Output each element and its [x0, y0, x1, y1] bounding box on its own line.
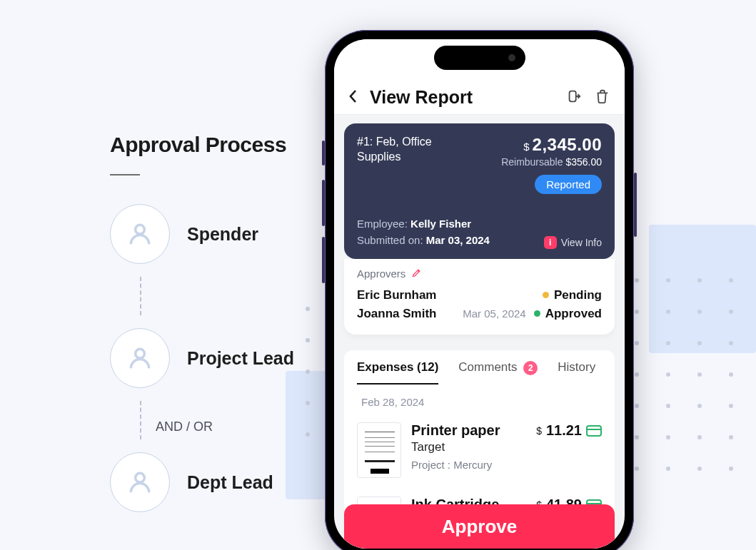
tab-label: Expenses (12)	[357, 360, 438, 374]
svg-rect-3	[570, 91, 576, 101]
tab-history[interactable]: History	[558, 360, 595, 385]
svg-point-2	[136, 473, 145, 482]
tab-expenses[interactable]: Expenses (12)	[357, 360, 438, 385]
comments-count-badge: 2	[523, 361, 538, 375]
back-icon[interactable]	[348, 89, 357, 106]
info-icon: i	[544, 236, 557, 249]
process-step-spender: Spender	[110, 204, 324, 264]
total-amount: 2,345.00	[533, 135, 602, 155]
export-icon[interactable]	[566, 88, 582, 107]
approver-date: Mar 05, 2024	[463, 307, 525, 320]
person-icon	[110, 452, 170, 512]
action-bar: Approve	[344, 504, 615, 549]
approver-name: Eric Burnham	[357, 288, 436, 302]
tab-bar: Expenses (12) Comments 2 History	[344, 350, 615, 385]
expense-title: Printer paper	[411, 422, 526, 439]
title-underline	[110, 174, 140, 175]
report-summary-card: #1: Feb, Office Supplies $ 2,345.00 Reim…	[344, 123, 615, 259]
step-label: Project Lead	[187, 348, 294, 369]
tab-label: Comments	[458, 360, 517, 374]
expense-amount: 11.21	[546, 422, 582, 439]
person-icon	[110, 328, 170, 388]
svg-point-1	[136, 349, 145, 358]
approval-process-panel: Approval Process Spender Project Lead AN…	[110, 133, 324, 525]
currency-symbol: $	[523, 141, 529, 153]
employee-name: Kelly Fisher	[410, 218, 471, 230]
edit-icon[interactable]	[411, 268, 422, 280]
approver-status: Approved	[545, 307, 602, 321]
view-info-label: View Info	[561, 237, 602, 248]
approve-button[interactable]: Approve	[344, 504, 615, 549]
status-dot-icon	[543, 292, 549, 298]
process-step-dept-lead: Dept Lead	[110, 452, 324, 512]
step-label: Spender	[187, 224, 258, 245]
reimbursable-label: Reimbursable	[501, 156, 563, 168]
process-step-project-lead: Project Lead	[110, 328, 324, 388]
approvers-label: Approvers	[357, 268, 405, 280]
status-badge: Reported	[535, 175, 602, 194]
approver-status: Pending	[554, 288, 602, 302]
approver-row: Eric Burnham Pending	[357, 286, 602, 305]
employee-label: Employee:	[357, 218, 408, 230]
expense-date-group: Feb 28, 2024	[361, 396, 602, 408]
expense-vendor: Target	[411, 440, 526, 454]
reimbursable-amount: $356.00	[565, 156, 602, 168]
report-name: #1: Feb, Office Supplies	[357, 135, 471, 194]
card-icon	[586, 425, 602, 437]
tab-comments[interactable]: Comments 2	[458, 360, 538, 385]
approver-row: Joanna Smith Mar 05, 2024 Approved	[357, 305, 602, 323]
trash-icon[interactable]	[595, 88, 610, 107]
receipt-thumbnail-icon	[357, 422, 401, 478]
tab-label: History	[558, 360, 595, 374]
page-title: View Report	[370, 87, 558, 108]
svg-point-0	[136, 225, 145, 234]
view-info-button[interactable]: i View Info	[544, 236, 602, 249]
submitted-label: Submitted on:	[357, 234, 423, 246]
expense-project: Project : Mercury	[411, 459, 526, 471]
step-label: Dept Lead	[187, 472, 273, 493]
connector-line	[140, 277, 141, 315]
approver-name: Joanna Smith	[357, 307, 436, 321]
connector-line	[140, 401, 141, 439]
approvers-card: Approvers Eric Burnham Pending Joanna Sm…	[344, 259, 615, 335]
expense-row[interactable]: Printer paper Target Project : Mercury $…	[357, 415, 602, 489]
connector-label: AND / OR	[156, 419, 213, 434]
app-header: View Report	[334, 39, 625, 115]
person-icon	[110, 204, 170, 264]
currency-symbol: $	[536, 422, 542, 437]
status-dot-icon	[534, 310, 540, 317]
phone-mockup: View Report #1: Feb, Office Supplies $ 2…	[325, 30, 634, 550]
process-title: Approval Process	[110, 133, 324, 157]
app-screen: View Report #1: Feb, Office Supplies $ 2…	[334, 39, 625, 549]
submitted-date: Mar 03, 2024	[426, 234, 490, 246]
decorative-dots	[635, 278, 735, 472]
